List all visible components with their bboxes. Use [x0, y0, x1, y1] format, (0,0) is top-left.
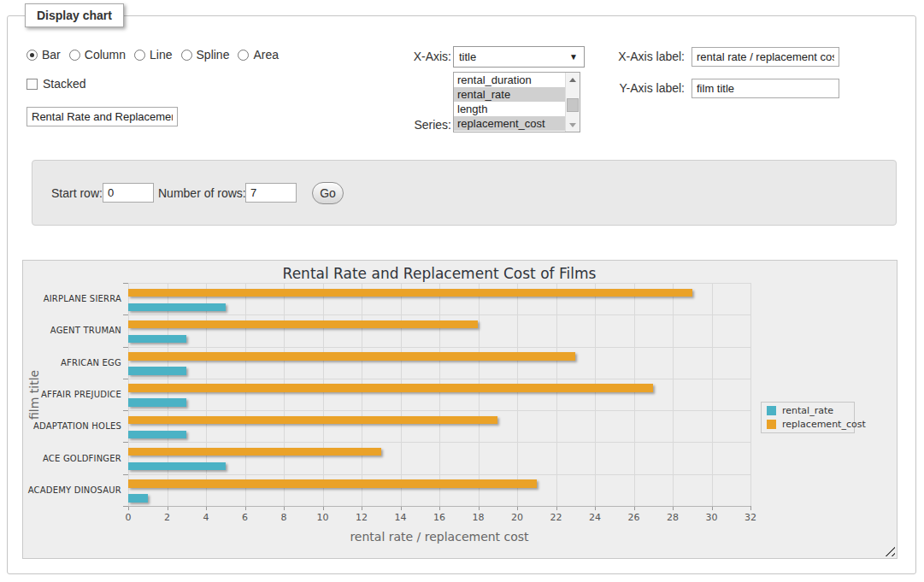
legend-item-rental_rate[interactable]: rental_rate — [767, 405, 849, 416]
scrollbar-down-icon[interactable] — [566, 118, 580, 132]
radio-icon[interactable] — [69, 50, 80, 61]
panel-title: Display chart — [25, 3, 124, 27]
x-tick-label: 22 — [539, 512, 574, 523]
series-option-rental_rate[interactable]: rental_rate — [454, 87, 565, 102]
gridline — [284, 283, 285, 506]
stacked-checkbox[interactable] — [26, 79, 38, 90]
bar-replacement_cost — [128, 352, 575, 361]
chart-type-option-spline[interactable]: Spline — [181, 48, 230, 62]
radio-label: Spline — [197, 48, 230, 62]
bar-rental_rate — [128, 462, 226, 471]
x-tick-label: 30 — [695, 512, 729, 523]
bar-rental_rate — [128, 494, 148, 503]
category-label: AFFAIR PREJUDICE — [23, 379, 121, 410]
x-tick-label: 4 — [189, 512, 223, 523]
x-tick-label: 14 — [384, 512, 418, 523]
chart-type-option-column[interactable]: Column — [69, 48, 126, 62]
series-options: rental_durationrental_ratelengthreplacem… — [454, 73, 565, 132]
y-tick-mark — [123, 474, 128, 475]
gridline — [712, 283, 713, 506]
chart-type-option-line[interactable]: Line — [134, 48, 172, 62]
gridline — [479, 283, 480, 506]
series-option-length[interactable]: length — [454, 102, 565, 116]
chart-legend: rental_ratereplacement_cost — [761, 402, 855, 433]
gridline — [128, 347, 750, 348]
bar-rental_rate — [128, 398, 186, 407]
radio-label: Column — [85, 48, 126, 62]
gridline — [673, 283, 674, 506]
chart-type-option-area[interactable]: Area — [238, 48, 279, 62]
y-tick-mark — [123, 347, 128, 348]
radio-icon[interactable] — [134, 50, 145, 61]
x-axis-label-input[interactable] — [692, 47, 839, 67]
go-button[interactable]: Go — [312, 182, 344, 204]
y-tick-mark — [123, 506, 128, 507]
gridline — [556, 283, 557, 506]
start-row-input[interactable] — [103, 183, 154, 203]
gridline — [128, 379, 750, 379]
gridline — [206, 283, 207, 506]
radio-icon[interactable] — [238, 50, 249, 61]
gridline — [128, 410, 750, 411]
chart-title: Rental Rate and Replacement Cost of Film… — [128, 265, 750, 282]
gridline — [168, 283, 168, 506]
gridline — [128, 474, 750, 475]
x-tick-label: 28 — [656, 512, 690, 523]
bar-replacement_cost — [128, 289, 692, 297]
gridline — [323, 283, 324, 506]
x-tick-label: 6 — [228, 512, 262, 523]
radio-label: Bar — [42, 48, 61, 62]
x-tick-label: 12 — [344, 512, 379, 523]
chart-type-radios: BarColumnLineSplineArea — [26, 48, 287, 62]
gridline — [128, 283, 750, 284]
radio-label: Area — [253, 48, 279, 62]
series-listbox[interactable]: rental_durationrental_ratelengthreplacem… — [453, 72, 580, 132]
radio-label: Line — [150, 48, 172, 62]
category-label: AGENT TRUMAN — [23, 315, 121, 346]
scrollbar-thumb[interactable] — [567, 98, 579, 112]
start-row-label: Start row: — [51, 184, 103, 203]
gridline — [245, 283, 246, 506]
y-tick-mark — [123, 442, 128, 443]
y-axis-label-caption: Y-Axis label: — [565, 78, 685, 99]
x-tick-mark — [750, 506, 751, 510]
radio-icon[interactable] — [26, 50, 38, 61]
gridline — [128, 442, 750, 443]
display-chart-panel: Display chart BarColumnLineSplineArea St… — [7, 15, 916, 574]
gridline — [439, 283, 440, 506]
x-axis-select-label: X-Axis: — [391, 46, 451, 68]
bar-rental_rate — [128, 335, 186, 344]
category-label: ACADEMY DINOSAUR — [23, 474, 121, 506]
x-axis-select-value: title — [459, 50, 476, 63]
bar-rental_rate — [128, 431, 186, 439]
chart-title-input[interactable] — [26, 107, 178, 126]
gridline — [750, 283, 751, 506]
x-axis-label-caption: X-Axis label: — [565, 46, 685, 68]
series-option-rental_duration[interactable]: rental_duration — [454, 73, 565, 87]
stacked-option[interactable]: Stacked — [26, 77, 86, 91]
legend-item-replacement_cost[interactable]: replacement_cost — [767, 419, 849, 430]
gridline — [517, 283, 518, 506]
y-axis-label-input[interactable] — [692, 79, 839, 98]
radio-icon[interactable] — [181, 50, 192, 61]
legend-label: rental_rate — [782, 405, 833, 416]
stacked-label: Stacked — [43, 77, 86, 91]
x-tick-label: 32 — [733, 512, 768, 523]
number-of-rows-input[interactable] — [245, 183, 297, 203]
gridline — [634, 283, 635, 506]
resize-handle-icon[interactable] — [885, 546, 895, 556]
gridline — [401, 283, 402, 506]
number-of-rows-label: Number of rows: — [158, 184, 246, 203]
category-label: AFRICAN EGG — [23, 347, 121, 379]
gridline — [595, 283, 596, 506]
x-tick-label: 26 — [617, 512, 651, 523]
series-label: Series: — [391, 118, 451, 132]
series-option-replacement_cost[interactable]: replacement_cost — [454, 116, 565, 131]
x-tick-label: 18 — [462, 512, 496, 523]
category-label: ADAPTATION HOLES — [23, 410, 121, 442]
bar-replacement_cost — [128, 416, 497, 425]
x-tick-label: 20 — [500, 512, 534, 523]
y-tick-mark — [123, 379, 128, 379]
chart-type-option-bar[interactable]: Bar — [26, 48, 61, 62]
legend-swatch-icon — [767, 406, 776, 415]
